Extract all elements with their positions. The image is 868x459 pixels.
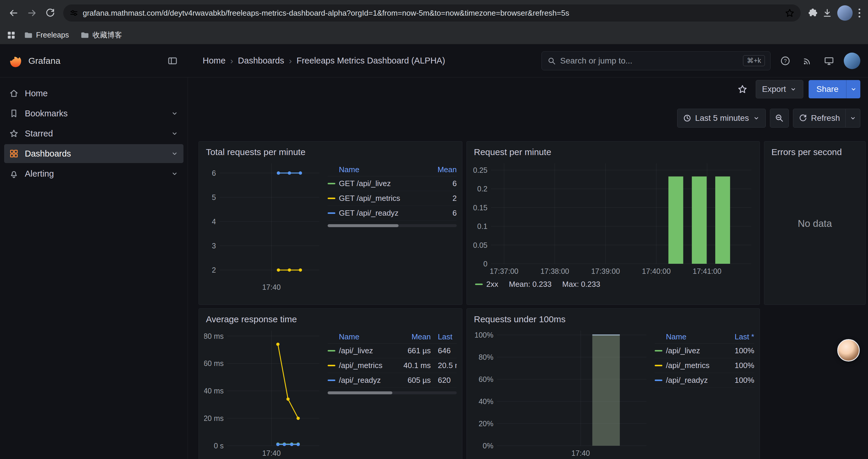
series-name[interactable]: /api/_readyz — [666, 376, 725, 385]
breadcrumb-dashboards[interactable]: Dashboards — [238, 56, 284, 66]
legend-row: /api/_readyz 605 µs 620 — [328, 373, 457, 388]
series-mean: 40.1 ms — [392, 361, 431, 370]
legend-header-last[interactable]: Last * — [725, 332, 754, 341]
grafana-main: Home Bookmarks Starred Dashboards — [0, 77, 868, 459]
grafana-logo-icon[interactable] — [8, 53, 23, 68]
svg-text:2: 2 — [212, 266, 216, 274]
series-name[interactable]: /api/_readyz — [339, 376, 392, 385]
panel-request-per-minute: Request per minute 0.250.20.150.10.05017… — [466, 141, 760, 305]
legend-header-name[interactable]: Name — [339, 332, 392, 341]
brand-label[interactable]: Grafana — [28, 56, 60, 66]
apps-grid-icon[interactable] — [6, 30, 16, 40]
forward-button[interactable] — [24, 5, 40, 21]
series-name[interactable]: /api/_livez — [666, 346, 725, 355]
url-text: grafana.mathmast.com/d/deytv4rwavabkb/fr… — [83, 8, 780, 18]
average-response-time-chart[interactable]: 80 ms60 ms40 ms20 ms0 s17:40 — [204, 326, 322, 458]
panel-title[interactable]: Errors per second — [770, 145, 860, 159]
legend-header-row: Name Mean Last — [328, 330, 457, 343]
chevron-down-icon[interactable] — [170, 129, 179, 138]
series-color-dash — [655, 380, 662, 381]
series-name[interactable]: GET /api/_livez — [339, 179, 433, 188]
series-name[interactable]: GET /api/_metrics — [339, 194, 433, 203]
search-box[interactable]: ⌘+k — [541, 52, 771, 70]
share-split-button: Share — [809, 80, 860, 98]
dock-menu-button[interactable] — [165, 53, 180, 68]
bookmark-folder-blogs[interactable]: 收藏博客 — [76, 28, 126, 42]
sidebar: Home Bookmarks Starred Dashboards — [0, 77, 188, 459]
panel-grid: Total requests per minute 6543217:40 Nam… — [198, 141, 868, 459]
extensions-icon[interactable] — [807, 8, 817, 18]
panel-title[interactable]: Requests under 100ms — [472, 313, 754, 326]
refresh-interval-dropdown[interactable] — [845, 109, 860, 128]
svg-text:3: 3 — [212, 241, 216, 250]
kiosk-mode-button[interactable] — [822, 54, 836, 68]
legend-row: /api/_readyz 100% — [655, 373, 754, 388]
browser-profile-avatar[interactable] — [837, 5, 852, 21]
bookmarks-bar: Freeleaps 收藏博客 — [0, 26, 868, 44]
requests-under-100ms-chart[interactable]: 100%80%60%40%20%0%17:40 — [472, 326, 649, 458]
scrollbar-thumb[interactable] — [328, 391, 392, 394]
total-requests-chart[interactable]: 6543217:40 — [204, 159, 322, 292]
legend-series[interactable]: 2xx — [475, 280, 498, 289]
legend-header-last[interactable]: Last — [438, 332, 457, 341]
url-bar[interactable]: grafana.mathmast.com/d/deytv4rwavabkb/fr… — [63, 4, 801, 22]
sidebar-item-dashboards[interactable]: Dashboards — [4, 144, 183, 163]
reload-button[interactable] — [42, 5, 59, 21]
help-button[interactable]: ? — [778, 54, 793, 68]
series-color-dash — [328, 183, 335, 184]
search-input[interactable] — [560, 56, 739, 66]
refresh-button[interactable]: Refresh — [793, 109, 845, 128]
download-icon[interactable] — [822, 8, 833, 18]
sidebar-item-alerting[interactable]: Alerting — [4, 164, 183, 183]
svg-text:17:40:00: 17:40:00 — [642, 267, 671, 275]
legend-header-name[interactable]: Name — [666, 332, 725, 341]
grafana-header: Grafana Home › Dashboards › Freeleaps Me… — [0, 44, 868, 77]
time-range-picker[interactable]: Last 5 minutes — [677, 109, 766, 128]
series-name[interactable]: /api/_metrics — [666, 361, 725, 370]
sidebar-item-home[interactable]: Home — [4, 84, 183, 103]
chevron-down-icon[interactable] — [170, 109, 179, 118]
request-per-minute-chart[interactable]: 0.250.20.150.10.05017:37:0017:38:0017:39… — [472, 159, 754, 276]
svg-text:0.25: 0.25 — [473, 166, 488, 174]
dashboard-content: Export Share Last — [188, 77, 868, 459]
site-info-icon[interactable] — [69, 8, 79, 18]
favorite-dashboard-button[interactable] — [735, 81, 750, 97]
zoom-out-icon — [775, 113, 784, 123]
bookmark-star-icon[interactable] — [785, 8, 795, 18]
news-button[interactable] — [800, 54, 814, 68]
sidebar-item-label: Home — [25, 89, 48, 98]
chevron-down-icon[interactable] — [170, 169, 179, 178]
panel-title[interactable]: Request per minute — [472, 145, 754, 159]
breadcrumb-home[interactable]: Home — [203, 56, 225, 66]
scrollbar-thumb[interactable] — [328, 224, 399, 227]
browser-menu-icon[interactable] — [857, 7, 862, 19]
zoom-out-button[interactable] — [770, 109, 789, 128]
bookmark-folder-freeleaps[interactable]: Freeleaps — [20, 28, 72, 42]
floating-avatar-button[interactable] — [837, 339, 860, 362]
panel-title[interactable]: Total requests per minute — [204, 145, 457, 159]
legend-header-mean[interactable]: Mean — [392, 332, 431, 341]
svg-text:80%: 80% — [478, 353, 493, 361]
export-button[interactable]: Export — [756, 80, 803, 98]
panel-title[interactable]: Average response time — [204, 313, 457, 326]
sidebar-item-starred[interactable]: Starred — [4, 124, 183, 143]
legend-header-name[interactable]: Name — [339, 165, 433, 174]
series-color-dash — [328, 350, 335, 352]
back-button[interactable] — [5, 5, 22, 21]
series-mean: 661 µs — [392, 346, 431, 355]
clock-icon — [683, 114, 692, 123]
share-button[interactable]: Share — [809, 80, 846, 98]
legend-header-mean[interactable]: Mean — [433, 165, 457, 174]
svg-text:0%: 0% — [483, 441, 493, 450]
series-name[interactable]: /api/_livez — [339, 346, 392, 355]
svg-text:?: ? — [784, 58, 787, 64]
share-label: Share — [816, 85, 838, 94]
series-name[interactable]: GET /api/_readyz — [339, 208, 433, 218]
share-dropdown-button[interactable] — [846, 80, 860, 98]
legend-scrollbar[interactable] — [328, 391, 457, 394]
series-name[interactable]: /api/_metrics — [339, 361, 392, 370]
legend-scrollbar[interactable] — [328, 224, 457, 227]
sidebar-item-bookmarks[interactable]: Bookmarks — [4, 104, 183, 123]
user-avatar[interactable] — [844, 53, 860, 69]
chevron-down-icon[interactable] — [170, 150, 179, 158]
